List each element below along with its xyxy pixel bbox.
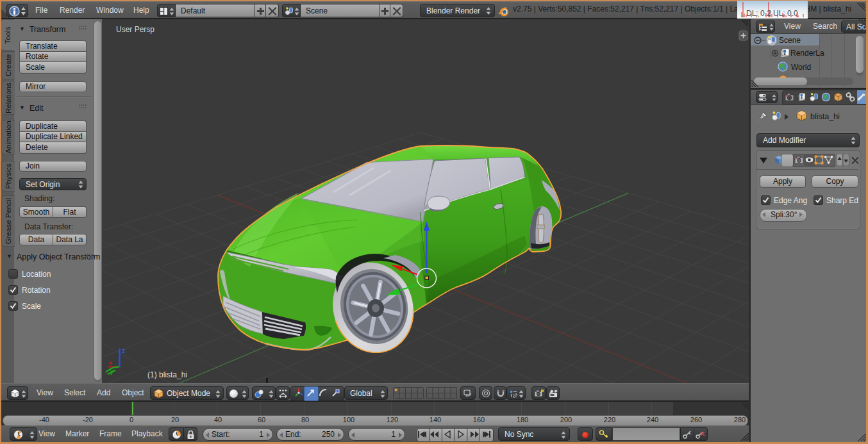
svg-text:z: z — [122, 347, 125, 354]
svg-text:x: x — [109, 359, 112, 366]
svg-text:(1) blista_hi: (1) blista_hi — [147, 370, 187, 379]
svg-text:y: y — [110, 368, 113, 375]
svg-text:User Persp: User Persp — [116, 25, 154, 34]
